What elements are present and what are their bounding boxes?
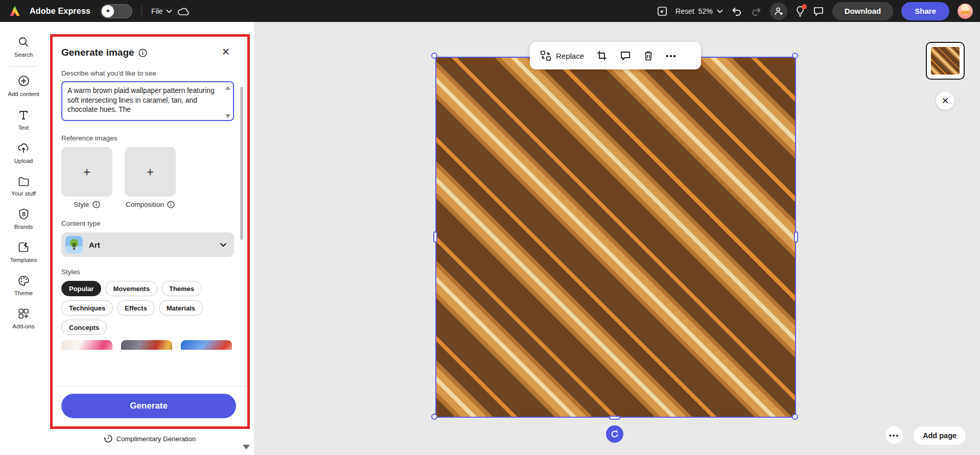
rotate-icon bbox=[610, 429, 619, 439]
style-chip-themes[interactable]: Themes bbox=[161, 281, 202, 296]
panel-title: Generate image bbox=[61, 47, 134, 58]
resize-handle-bottom[interactable] bbox=[609, 416, 620, 420]
style-chips: Popular Movements Themes Techniques Effe… bbox=[61, 281, 215, 335]
style-preview-row bbox=[61, 340, 236, 350]
upload-icon bbox=[17, 142, 30, 154]
comments-button[interactable] bbox=[813, 6, 824, 16]
resize-handle-right[interactable] bbox=[794, 231, 798, 243]
style-chip-materials[interactable]: Materials bbox=[159, 300, 203, 316]
resize-handle-top-left[interactable] bbox=[431, 53, 437, 59]
style-preview-thumbnail[interactable] bbox=[121, 340, 172, 350]
trash-icon bbox=[643, 50, 654, 61]
ai-assistant-toggle[interactable]: ✦ bbox=[101, 4, 132, 18]
sidebar-item-templates[interactable]: Templates bbox=[2, 236, 45, 270]
fit-to-screen-icon[interactable] bbox=[657, 6, 667, 16]
generate-image-panel: Generate image ✕ Describe what you'd lik… bbox=[50, 34, 250, 429]
add-ons-icon bbox=[18, 308, 29, 319]
delete-button[interactable] bbox=[643, 50, 654, 61]
templates-icon bbox=[18, 242, 29, 253]
person-add-icon bbox=[774, 6, 784, 16]
comment-icon bbox=[813, 6, 824, 16]
page-thumbnail[interactable] bbox=[926, 42, 965, 80]
style-chip-techniques[interactable]: Techniques bbox=[61, 300, 113, 316]
invite-people-button[interactable] bbox=[770, 3, 787, 20]
reference-images-label: Reference images bbox=[61, 134, 236, 142]
complimentary-generation-note: Complimentary Generation bbox=[50, 435, 250, 443]
prompt-input[interactable]: A warm brown plaid wallpaper pattern fea… bbox=[61, 81, 234, 121]
panel-scrollbar-thumb[interactable] bbox=[240, 87, 243, 240]
style-chip-popular[interactable]: Popular bbox=[61, 281, 101, 296]
sidebar-item-theme[interactable]: Theme bbox=[2, 270, 45, 303]
style-chip-concepts[interactable]: Concepts bbox=[61, 320, 107, 335]
text-icon bbox=[18, 109, 29, 121]
notification-dot bbox=[802, 4, 807, 9]
canvas-area[interactable]: Replace ••• bbox=[254, 22, 980, 455]
replace-button[interactable]: Replace bbox=[540, 50, 584, 61]
resize-handle-left[interactable] bbox=[433, 231, 437, 243]
undo-icon[interactable] bbox=[731, 6, 742, 16]
more-options-button[interactable]: ••• bbox=[666, 52, 677, 60]
sidebar-item-text[interactable]: Text bbox=[2, 104, 45, 137]
styles-label: Styles bbox=[61, 268, 236, 276]
style-reference-upload-button[interactable]: + bbox=[61, 147, 112, 197]
style-preview-thumbnail[interactable] bbox=[181, 340, 232, 350]
close-panel-button[interactable]: ✕ bbox=[222, 47, 230, 57]
page-more-options-button[interactable]: ••• bbox=[885, 426, 903, 444]
svg-text:B: B bbox=[21, 211, 25, 217]
sidebar-item-upload[interactable]: Upload bbox=[2, 137, 45, 171]
composition-reference-upload-button[interactable]: + bbox=[125, 147, 176, 197]
content-type-dropdown[interactable]: Art bbox=[61, 232, 234, 257]
top-bar: Adobe Express ✦ File Reset 52% bbox=[0, 0, 980, 22]
resize-handle-top-right[interactable] bbox=[792, 53, 798, 59]
sidebar-item-add-ons[interactable]: Add-ons bbox=[2, 303, 45, 336]
share-button[interactable]: Share bbox=[901, 2, 949, 20]
search-icon bbox=[18, 36, 29, 47]
generation-credits-icon bbox=[104, 435, 112, 443]
selection-toolbar: Replace ••• bbox=[530, 42, 701, 69]
zoom-level[interactable]: 52% bbox=[698, 7, 713, 15]
crop-icon bbox=[596, 50, 608, 61]
add-page-button[interactable]: Add page bbox=[914, 426, 966, 445]
app-title: Adobe Express bbox=[30, 7, 90, 16]
ideas-button[interactable] bbox=[796, 6, 805, 17]
zoom-chevron-down-icon[interactable] bbox=[717, 9, 723, 13]
redo-icon[interactable] bbox=[751, 6, 762, 16]
style-info-icon[interactable] bbox=[92, 201, 100, 208]
prompt-scroll-down-icon[interactable] bbox=[225, 114, 230, 118]
download-button[interactable]: Download bbox=[832, 2, 894, 20]
generate-button[interactable]: Generate bbox=[61, 394, 236, 418]
cloud-sync-icon[interactable] bbox=[177, 7, 190, 16]
sparkle-icon: ✦ bbox=[102, 5, 114, 17]
info-icon[interactable] bbox=[138, 49, 147, 57]
account-avatar[interactable] bbox=[958, 4, 973, 19]
resize-handle-bottom-right[interactable] bbox=[792, 414, 798, 420]
style-chip-movements[interactable]: Movements bbox=[105, 281, 157, 296]
style-preview-thumbnail[interactable] bbox=[61, 340, 112, 350]
chevron-down-icon bbox=[220, 243, 227, 247]
deselect-button[interactable]: ✕ bbox=[936, 91, 954, 110]
art-thumbnail bbox=[65, 236, 83, 253]
composition-reference-label: Composition bbox=[126, 201, 164, 208]
selected-plaid-image[interactable] bbox=[435, 57, 796, 418]
plus-icon: + bbox=[83, 165, 90, 179]
style-chip-effects[interactable]: Effects bbox=[117, 300, 154, 316]
file-menu[interactable]: File bbox=[151, 7, 172, 15]
sidebar-item-search[interactable]: Search bbox=[2, 31, 45, 64]
prompt-scroll-up-icon[interactable] bbox=[225, 86, 230, 90]
prompt-label: Describe what you'd like to see bbox=[61, 69, 236, 77]
crop-button[interactable] bbox=[596, 50, 608, 61]
content-type-label: Content type bbox=[61, 220, 236, 227]
rotate-handle[interactable] bbox=[606, 425, 623, 443]
more-icon: ••• bbox=[889, 432, 899, 439]
reset-zoom-button[interactable]: Reset bbox=[675, 7, 694, 15]
sidebar-item-add-content[interactable]: Add content bbox=[2, 70, 45, 104]
composition-info-icon[interactable] bbox=[167, 201, 175, 208]
panel-scroll-down-icon[interactable] bbox=[243, 445, 250, 449]
sidebar-divider bbox=[9, 66, 38, 67]
adobe-express-logo-icon[interactable] bbox=[7, 4, 22, 18]
sidebar-item-brands[interactable]: B Brands bbox=[2, 203, 45, 236]
add-content-icon bbox=[18, 75, 30, 87]
comment-button[interactable] bbox=[620, 51, 631, 61]
sidebar-item-your-stuff[interactable]: Your stuff bbox=[2, 171, 45, 203]
resize-handle-bottom-left[interactable] bbox=[431, 414, 437, 420]
